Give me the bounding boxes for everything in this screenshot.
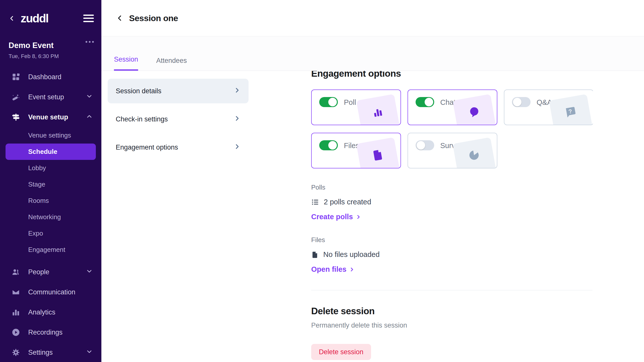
zuddl-logo: zuddl [21, 12, 48, 25]
open-files-link[interactable]: Open files [311, 265, 593, 274]
nav-item-label: Session details [116, 87, 162, 95]
chevron-right-icon [233, 115, 241, 124]
sidebar-item-label: Venue setup [28, 113, 68, 121]
delete-session-button[interactable]: Delete session [311, 344, 371, 360]
sidebar-item-label: Recordings [28, 329, 63, 336]
card-chat[interactable]: Chat [408, 89, 497, 125]
sidebar-item-label: Rooms [28, 197, 49, 205]
sidebar-item-label: Engagement [28, 246, 65, 254]
chevron-right-icon [233, 143, 241, 152]
sidebar-item-communication[interactable]: Communication [0, 282, 101, 302]
ellipsis-icon[interactable] [86, 41, 94, 43]
engagement-heading: Engagement options [311, 71, 593, 79]
question-bubble-icon: ? [549, 94, 593, 125]
sidebar-item-dashboard[interactable]: Dashboard [0, 67, 101, 87]
delete-session-subtext: Permanently delete this session [311, 322, 593, 329]
sidebar-item-label: Dashboard [28, 73, 61, 81]
page-header: Session one [101, 0, 644, 36]
chevron-right-icon [355, 214, 361, 220]
files-status-row: No files uploaded [311, 250, 593, 259]
card-qa[interactable]: Q&A ? [504, 89, 593, 125]
sidebar-item-stage[interactable]: Stage [0, 176, 101, 193]
qa-toggle[interactable] [512, 97, 531, 107]
sidebar-item-engagement[interactable]: Engagement [0, 242, 101, 258]
document-icon [356, 137, 400, 168]
sidebar-item-label: Settings [28, 349, 53, 356]
chevron-up-icon [86, 113, 93, 122]
dashboard-icon [12, 73, 22, 81]
sidebar-item-rooms[interactable]: Rooms [0, 193, 101, 209]
link-label: Open files [311, 265, 346, 274]
list-icon [311, 198, 319, 206]
sidebar-item-label: Event setup [28, 93, 64, 101]
session-settings-list: Session details Check-in settings Engage… [108, 79, 249, 163]
tab-attendees[interactable]: Attendees [156, 57, 187, 71]
card-survey[interactable]: Survey [408, 133, 497, 168]
chat-bubble-icon [453, 94, 497, 125]
mail-icon [12, 288, 22, 296]
sidebar-item-expo[interactable]: Expo [0, 225, 101, 242]
sidebar-item-label: Schedule [28, 148, 57, 156]
gear-icon [12, 348, 22, 357]
sidebar-item-label: Analytics [28, 308, 55, 316]
polls-status: 2 polls created [324, 198, 371, 206]
delete-session-heading: Delete session [311, 306, 593, 316]
section-divider [311, 290, 592, 290]
engagement-cards: Poll Chat Q&A ? [311, 89, 593, 168]
signpost-icon [12, 113, 22, 121]
sidebar-item-label: Communication [28, 288, 75, 296]
sidebar-item-networking[interactable]: Networking [0, 209, 101, 225]
nav-item-session-details[interactable]: Session details [108, 79, 249, 103]
sidebar-item-lobby[interactable]: Lobby [0, 160, 101, 176]
tab-session[interactable]: Session [114, 56, 138, 71]
page-title: Session one [129, 13, 178, 23]
nav-item-label: Engagement options [116, 144, 178, 151]
sidebar-item-label: Networking [28, 213, 61, 221]
chevron-right-icon [233, 86, 241, 96]
link-label: Create polls [311, 213, 353, 221]
files-toggle[interactable] [319, 140, 338, 150]
wand-icon [12, 93, 22, 101]
collapse-back-icon[interactable] [9, 15, 15, 22]
sidebar-item-venue-setup[interactable]: Venue setup [0, 107, 101, 127]
polls-status-row: 2 polls created [311, 198, 593, 206]
sidebar-item-settings[interactable]: Settings [0, 342, 101, 362]
sidebar-item-people[interactable]: People [0, 262, 101, 282]
chevron-down-icon [86, 93, 93, 102]
chat-toggle[interactable] [416, 97, 434, 107]
sidebar-item-label: Stage [28, 180, 45, 188]
app-root: zuddl Demo Event Tue, Feb 8, 6:30 PM Das… [0, 0, 644, 362]
sidebar-top: zuddl [0, 0, 101, 36]
sidebar-item-recordings[interactable]: Recordings [0, 322, 101, 342]
files-status: No files uploaded [323, 250, 380, 259]
sidebar: zuddl Demo Event Tue, Feb 8, 6:30 PM Das… [0, 0, 101, 362]
card-label: Poll [344, 98, 356, 107]
event-block: Demo Event Tue, Feb 8, 6:30 PM [0, 36, 101, 60]
card-files[interactable]: Files [311, 133, 401, 168]
sidebar-item-schedule[interactable]: Schedule [6, 144, 96, 160]
sidebar-item-venue-settings[interactable]: Venue settings [0, 127, 101, 144]
chevron-down-icon [86, 268, 93, 277]
sidebar-item-label: People [28, 268, 49, 276]
card-poll[interactable]: Poll [311, 89, 401, 125]
survey-toggle[interactable] [416, 140, 434, 150]
event-name: Demo Event [9, 41, 94, 50]
create-polls-link[interactable]: Create polls [311, 213, 593, 221]
chevron-right-icon [349, 266, 355, 273]
poll-bars-icon [356, 94, 400, 125]
polls-section-label: Polls [311, 184, 593, 191]
nav-item-engagement-options[interactable]: Engagement options [108, 135, 249, 160]
poll-toggle[interactable] [319, 97, 338, 107]
back-button[interactable] [116, 14, 124, 22]
sidebar-nav: Dashboard Event setup Venue setup Venue … [0, 67, 101, 362]
chevron-down-icon [86, 348, 93, 357]
bar-chart-icon [12, 308, 22, 316]
hamburger-icon[interactable] [83, 15, 94, 22]
sidebar-item-analytics[interactable]: Analytics [0, 302, 101, 322]
files-section-label: Files [311, 236, 593, 244]
sidebar-item-event-setup[interactable]: Event setup [0, 87, 101, 107]
sidebar-item-label: Venue settings [28, 131, 71, 139]
nav-item-check-in-settings[interactable]: Check-in settings [108, 107, 249, 131]
event-datetime: Tue, Feb 8, 6:30 PM [9, 53, 94, 60]
tab-bar: Session Attendees [101, 37, 644, 71]
